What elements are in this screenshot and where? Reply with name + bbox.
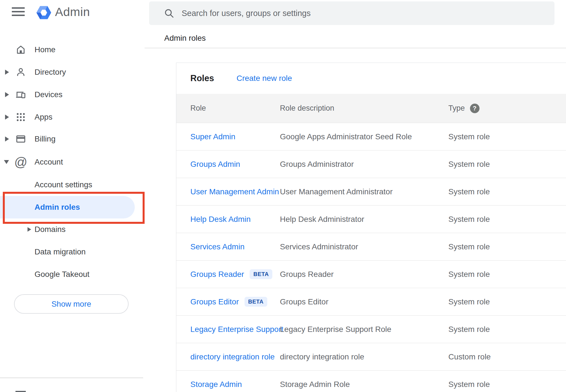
role-link[interactable]: User Management Admin (190, 187, 279, 196)
table-row: Groups Admin Groups Administrator System… (176, 151, 566, 178)
sidebar-item-account[interactable]: @ Account (0, 151, 145, 173)
role-description: Groups Administrator (280, 160, 448, 169)
sidebar-divider (0, 377, 143, 378)
role-link[interactable]: Groups Editor (190, 297, 239, 306)
role-link[interactable]: Super Admin (190, 132, 235, 141)
content-divider (145, 48, 566, 48)
sidebar-item-admin-roles[interactable]: Admin roles (0, 196, 135, 218)
role-link[interactable]: Services Admin (190, 242, 245, 251)
role-type: System role (448, 242, 566, 251)
role-description: Google Apps Administrator Seed Role (280, 132, 448, 141)
sidebar-item-apps[interactable]: Apps (0, 106, 145, 128)
menu-icon[interactable] (12, 7, 25, 17)
role-type: Custom role (448, 352, 566, 361)
table-row: Help Desk Admin Help Desk Administrator … (176, 206, 566, 233)
create-new-role-link[interactable]: Create new role (236, 74, 292, 83)
role-description: Services Administrator (280, 242, 448, 251)
column-header-type: Type ? (448, 104, 566, 113)
role-type: System role (448, 380, 566, 389)
sidebar-item-google-takeout[interactable]: Google Takeout (0, 263, 145, 286)
collapse-arrow-icon[interactable] (4, 160, 9, 164)
page-title: Admin roles (164, 34, 206, 43)
sidebar-item-home[interactable]: Home (0, 38, 145, 61)
role-link[interactable]: Groups Reader (190, 270, 244, 279)
expand-arrow-icon[interactable] (5, 136, 9, 142)
table-row: Services Admin Services Administrator Sy… (176, 233, 566, 261)
role-link[interactable]: Legacy Enterprise Support (190, 325, 284, 334)
search-bar[interactable] (149, 1, 554, 25)
roles-card: Roles Create new role Role Role descript… (176, 63, 566, 392)
sidebar-item-domains[interactable]: Domains (0, 218, 145, 241)
expand-arrow-icon[interactable] (5, 92, 9, 97)
table-row: Groups Editor BETA Groups Editor System … (176, 288, 566, 316)
expand-arrow-icon[interactable] (5, 70, 9, 75)
card-title: Roles (190, 73, 214, 83)
help-icon[interactable]: ? (470, 104, 480, 113)
apps-grid-icon (15, 112, 26, 122)
role-description: Storage Admin Role (280, 380, 448, 389)
role-description: directory integration role (280, 352, 448, 361)
table-row: Groups Reader BETA Groups Reader System … (176, 261, 566, 288)
role-type: System role (448, 325, 566, 334)
table-row: Legacy Enterprise Support Legacy Enterpr… (176, 316, 566, 343)
role-description: Help Desk Administrator (280, 215, 448, 224)
person-icon (15, 67, 26, 78)
devices-icon (15, 89, 26, 100)
role-description: User Management Administrator (280, 187, 448, 196)
role-type: System role (448, 160, 566, 169)
role-description: Legacy Enterprise Support Role (280, 325, 448, 334)
role-type: System role (448, 270, 566, 279)
expand-arrow-icon[interactable] (5, 115, 9, 120)
sidebar-item-data-migration[interactable]: Data migration (0, 241, 145, 263)
admin-logo-icon[interactable] (36, 4, 52, 21)
table-row: User Management Admin User Management Ad… (176, 178, 566, 206)
card-header: Roles Create new role (176, 63, 566, 94)
sidebar-item-billing[interactable]: Billing (0, 128, 145, 150)
sidebar-item-account-settings[interactable]: Account settings (0, 174, 145, 196)
role-type: System role (448, 297, 566, 306)
clipped-icon (15, 391, 26, 392)
expand-arrow-icon[interactable] (28, 227, 31, 232)
role-link[interactable]: Groups Admin (190, 160, 240, 169)
search-input[interactable] (174, 1, 554, 25)
credit-card-icon (15, 134, 26, 144)
role-type: System role (448, 132, 566, 141)
show-more-button[interactable]: Show more (14, 294, 129, 314)
role-description: Groups Editor (280, 297, 448, 306)
beta-badge: BETA (245, 297, 267, 307)
role-link[interactable]: directory integration role (190, 352, 275, 361)
role-description: Groups Reader (280, 270, 448, 279)
role-link[interactable]: Storage Admin (190, 380, 242, 389)
role-type: System role (448, 187, 566, 196)
table-row: Storage Admin Storage Admin Role System … (176, 371, 566, 392)
table-header-row: Role Role description Type ? (176, 94, 566, 123)
column-header-role: Role (176, 104, 280, 113)
role-type: System role (448, 215, 566, 224)
table-row: Super Admin Google Apps Administrator Se… (176, 123, 566, 151)
search-icon (164, 8, 174, 19)
at-sign-icon: @ (15, 157, 26, 167)
home-icon (15, 44, 26, 55)
column-header-description: Role description (280, 104, 448, 113)
sidebar-item-devices[interactable]: Devices (0, 83, 145, 106)
sidebar-item-directory[interactable]: Directory (0, 61, 145, 83)
beta-badge: BETA (250, 269, 272, 279)
product-name: Admin (55, 5, 90, 19)
table-row: directory integration role directory int… (176, 343, 566, 371)
role-link[interactable]: Help Desk Admin (190, 215, 251, 224)
